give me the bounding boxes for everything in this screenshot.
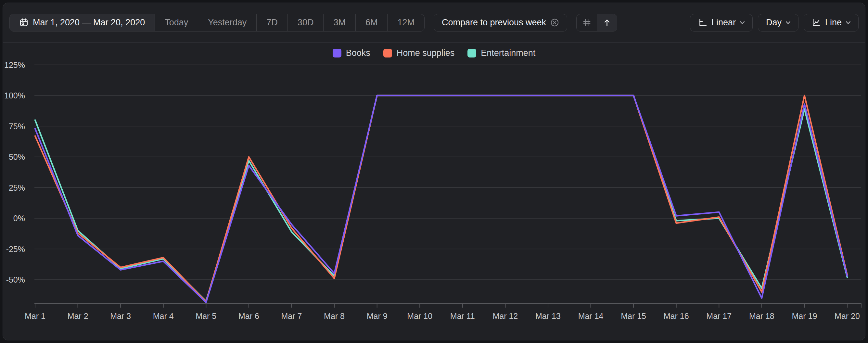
y-axis-label: 50% bbox=[9, 152, 25, 161]
quick-range-today[interactable]: Today bbox=[155, 14, 198, 31]
line-chart: 125%100%75%50%25%0%-25%-50%Mar 1Mar 2Mar… bbox=[3, 60, 866, 339]
chart-type-label: Line bbox=[825, 18, 842, 28]
legend-swatch bbox=[333, 49, 341, 58]
x-axis-label: Mar 18 bbox=[749, 311, 774, 320]
chevron-down-icon bbox=[846, 21, 850, 24]
legend-item[interactable]: Entertainment bbox=[467, 48, 535, 58]
x-axis-label: Mar 1 bbox=[25, 311, 45, 320]
scale-label: Linear bbox=[711, 18, 736, 28]
quick-range-7d[interactable]: 7D bbox=[256, 14, 287, 31]
y-axis-label: -50% bbox=[6, 275, 25, 284]
calendar-icon bbox=[20, 18, 28, 27]
compare-label: Compare to previous week bbox=[442, 18, 546, 28]
chart-legend: BooksHome suppliesEntertainment bbox=[3, 48, 865, 58]
granularity-label: Day bbox=[766, 18, 782, 28]
y-axis-label: 25% bbox=[9, 183, 25, 192]
y-axis-label: 125% bbox=[4, 60, 25, 69]
x-axis-label: Mar 17 bbox=[706, 311, 732, 320]
legend-item[interactable]: Books bbox=[333, 48, 370, 58]
chevron-down-icon bbox=[740, 21, 745, 24]
legend-swatch bbox=[383, 49, 392, 58]
x-axis-label: Mar 12 bbox=[493, 311, 518, 320]
analytics-panel: Mar 1, 2020 — Mar 20, 2020 TodayYesterda… bbox=[3, 3, 865, 340]
chart-type-dropdown[interactable]: Line bbox=[804, 14, 859, 32]
y-axis-label: -25% bbox=[6, 245, 25, 254]
x-axis-label: Mar 19 bbox=[792, 311, 817, 320]
legend-label: Entertainment bbox=[481, 48, 535, 58]
x-axis-label: Mar 7 bbox=[281, 311, 302, 320]
x-axis-label: Mar 15 bbox=[621, 311, 646, 320]
arrow-up-icon bbox=[602, 18, 611, 27]
series-line-books[interactable] bbox=[35, 95, 847, 302]
granularity-dropdown[interactable]: Day bbox=[758, 14, 799, 32]
x-axis-label: Mar 8 bbox=[324, 311, 345, 320]
legend-label: Home supplies bbox=[397, 48, 455, 58]
x-axis-label: Mar 5 bbox=[195, 311, 216, 320]
y-axis-label: 100% bbox=[4, 91, 25, 100]
compare-button[interactable]: Compare to previous week bbox=[434, 14, 567, 32]
chevron-down-icon bbox=[786, 21, 790, 24]
x-axis-label: Mar 9 bbox=[367, 311, 388, 320]
export-button[interactable] bbox=[597, 14, 617, 31]
x-axis-label: Mar 6 bbox=[239, 311, 259, 320]
quick-range-30d[interactable]: 30D bbox=[287, 14, 323, 31]
toolbar-divider bbox=[3, 42, 865, 42]
x-axis-label: Mar 20 bbox=[835, 311, 860, 320]
quick-range-yesterday[interactable]: Yesterday bbox=[198, 14, 256, 31]
y-axis-label: 0% bbox=[13, 214, 25, 223]
x-axis-label: Mar 14 bbox=[578, 311, 603, 320]
legend-swatch bbox=[467, 49, 476, 58]
chart-options-group bbox=[576, 14, 617, 32]
scale-dropdown[interactable]: Linear bbox=[690, 14, 753, 32]
circle-x-icon[interactable] bbox=[550, 18, 559, 27]
x-axis-label: Mar 4 bbox=[153, 311, 174, 320]
x-axis-label: Mar 11 bbox=[450, 311, 475, 320]
date-range-button[interactable]: Mar 1, 2020 — Mar 20, 2020 bbox=[10, 14, 155, 31]
quick-range-12m[interactable]: 12M bbox=[387, 14, 424, 31]
x-axis-label: Mar 3 bbox=[110, 311, 131, 320]
dropdown-group: Linear Day Line bbox=[690, 14, 859, 32]
line-chart-icon bbox=[812, 18, 821, 27]
axis-icon bbox=[698, 18, 707, 27]
x-axis-label: Mar 2 bbox=[68, 311, 88, 320]
grid-icon bbox=[583, 18, 591, 27]
date-range-control: Mar 1, 2020 — Mar 20, 2020 TodayYesterda… bbox=[9, 14, 425, 32]
legend-item[interactable]: Home supplies bbox=[383, 48, 455, 58]
y-axis-label: 75% bbox=[9, 122, 25, 131]
grid-toggle-button[interactable] bbox=[577, 14, 597, 31]
x-axis-label: Mar 10 bbox=[407, 311, 432, 320]
date-range-label: Mar 1, 2020 — Mar 20, 2020 bbox=[33, 18, 145, 28]
x-axis-label: Mar 16 bbox=[664, 311, 689, 320]
x-axis-label: Mar 13 bbox=[535, 311, 561, 320]
quick-range-3m[interactable]: 3M bbox=[323, 14, 355, 31]
toolbar: Mar 1, 2020 — Mar 20, 2020 TodayYesterda… bbox=[3, 3, 865, 42]
legend-label: Books bbox=[346, 48, 370, 58]
quick-range-6m[interactable]: 6M bbox=[355, 14, 388, 31]
